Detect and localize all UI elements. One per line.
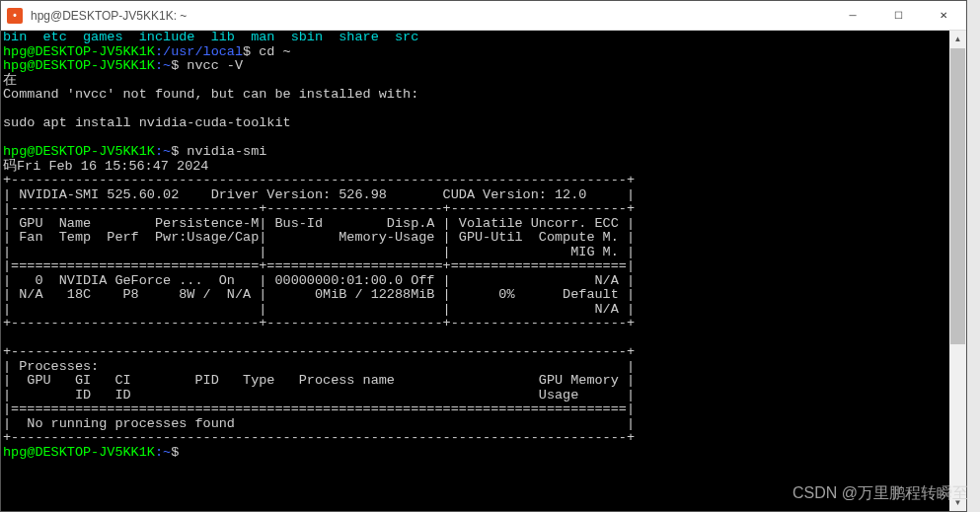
window-controls: ─ ☐ ✕ (830, 1, 966, 30)
nvcc-install-hint: sudo apt install nvidia-cuda-toolkit (3, 115, 291, 130)
prompt-path: :/usr/local (155, 44, 243, 59)
smi-proc-sep: |=======================================… (3, 402, 635, 416)
ubuntu-icon: • (7, 8, 23, 24)
scroll-down-icon[interactable]: ▼ (949, 494, 966, 511)
prompt-path: :~ (155, 144, 171, 159)
prompt-path: :~ (155, 445, 171, 460)
smi-proc-header: | Processes: | (3, 359, 635, 374)
cmd-cd: cd ~ (259, 44, 290, 59)
window-title: hpg@DESKTOP-JV5KK1K: ~ (31, 9, 830, 23)
smi-gpu-row: | | | N/A | (3, 302, 635, 317)
smi-sep: |-------------------------------+-------… (3, 201, 635, 216)
prompt-dollar: $ (243, 44, 259, 59)
ls-output: bin etc games include lib man sbin share… (3, 31, 418, 44)
smi-col-header: | | | MIG M. | (3, 245, 635, 259)
smi-date: Fri Feb 16 15:56:47 2024 (17, 159, 208, 174)
smi-col-header: | Fan Temp Perf Pwr:Usage/Cap| Memory-Us… (3, 230, 635, 245)
nvcc-error-line: Command 'nvcc' not found, but can be ins… (3, 87, 418, 102)
smi-proc-border: +---------------------------------------… (3, 430, 635, 445)
prompt-dollar: $ (171, 144, 187, 159)
margin-char: 在 (3, 73, 17, 88)
app-window: • hpg@DESKTOP-JV5KK1K: ~ ─ ☐ ✕ bin etc g… (0, 0, 967, 512)
cmd-nvcc: nvcc -V (187, 58, 243, 73)
scroll-up-icon[interactable]: ▲ (949, 31, 966, 47)
close-button[interactable]: ✕ (921, 1, 966, 30)
prompt-path: :~ (155, 58, 171, 73)
maximize-button[interactable]: ☐ (875, 1, 921, 30)
margin-char: 码 (3, 159, 17, 174)
minimize-button[interactable]: ─ (830, 1, 875, 30)
terminal[interactable]: bin etc games include lib man sbin share… (1, 31, 949, 511)
cmd-nvidia-smi: nvidia-smi (187, 144, 266, 159)
prompt-dollar: $ (171, 58, 187, 73)
prompt-user: hpg@DESKTOP-JV5KK1K (3, 445, 155, 460)
prompt-user: hpg@DESKTOP-JV5KK1K (3, 58, 155, 73)
smi-proc-border: +---------------------------------------… (3, 344, 635, 359)
smi-proc-none: | No running processes found | (3, 416, 635, 431)
smi-border: +---------------------------------------… (3, 173, 635, 187)
scrollbar-thumb[interactable] (950, 48, 965, 344)
smi-col-header: | GPU Name Persistence-M| Bus-Id Disp.A … (3, 216, 635, 231)
smi-gpu-row: | 0 NVIDIA GeForce ... On | 00000000:01:… (3, 273, 635, 288)
prompt-user: hpg@DESKTOP-JV5KK1K (3, 44, 155, 59)
prompt-dollar: $ (171, 445, 187, 460)
smi-gpu-row: | N/A 18C P8 8W / N/A | 0MiB / 12288MiB … (3, 287, 635, 302)
smi-header: | NVIDIA-SMI 525.60.02 Driver Version: 5… (3, 187, 635, 202)
scrollbar[interactable]: ▲ ▼ (949, 31, 966, 511)
titlebar[interactable]: • hpg@DESKTOP-JV5KK1K: ~ ─ ☐ ✕ (1, 1, 966, 31)
smi-border: +-------------------------------+-------… (3, 316, 635, 330)
smi-proc-cols: | GPU GI CI PID Type Process name GPU Me… (3, 373, 635, 388)
smi-sep: |===============================+=======… (3, 258, 635, 273)
terminal-wrap: bin etc games include lib man sbin share… (1, 31, 966, 511)
prompt-user: hpg@DESKTOP-JV5KK1K (3, 144, 155, 159)
smi-proc-cols: | ID ID Usage | (3, 388, 635, 402)
